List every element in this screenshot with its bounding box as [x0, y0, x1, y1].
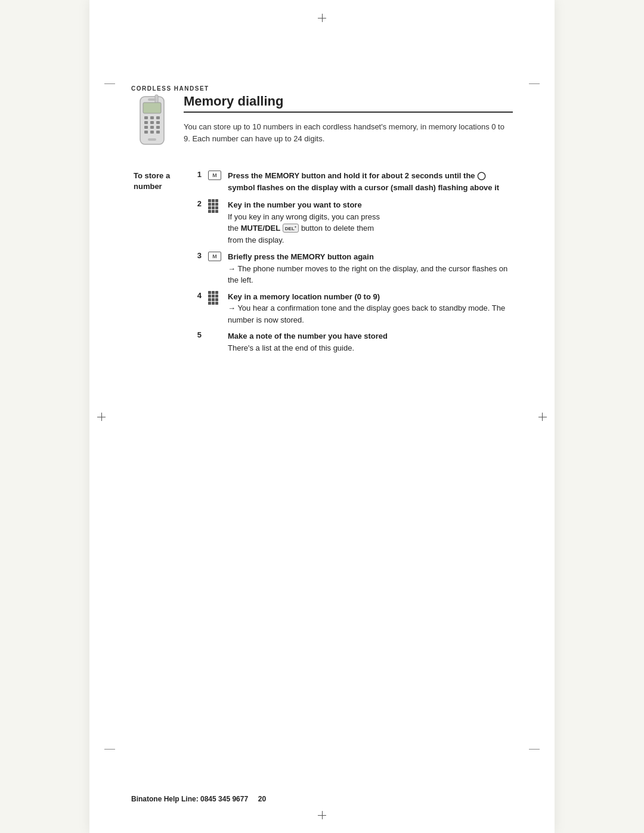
step-icon-5	[204, 328, 225, 356]
trim-mark-left-bottom	[104, 749, 115, 750]
del-button-icon: DEL+	[283, 224, 299, 233]
svg-rect-13	[144, 131, 148, 134]
step-2-text-3: from the display.	[228, 236, 284, 244]
keypad-icon-2	[208, 199, 221, 212]
step-content-1: Press the MEMORY button and hold it for …	[225, 167, 513, 196]
page-title: Memory dialling	[184, 94, 513, 113]
step-icon-3	[204, 249, 225, 289]
footer: Binatone Help Line: 0845 345 9677 20	[131, 795, 513, 803]
step-1-bold: Press the MEMORY button and hold it for …	[228, 171, 499, 192]
footer-phone: 0845 345 9677	[200, 795, 248, 803]
page: CORDLESS HANDSET	[89, 0, 555, 833]
svg-rect-7	[144, 121, 148, 124]
phone-svg	[131, 94, 173, 153]
table-row: 2 Key in the number you want to store	[131, 196, 513, 249]
step-content-2: Key in the number you want to store If y…	[225, 196, 513, 249]
footer-label: Binatone Help Line:	[131, 795, 199, 803]
step-num-1: 1	[185, 167, 204, 196]
trim-mark-right-top	[529, 83, 540, 84]
svg-rect-6	[156, 116, 160, 119]
memory-icon	[208, 171, 221, 180]
step-icon-2	[204, 196, 225, 249]
trim-mark-left-top	[104, 83, 115, 84]
svg-rect-16	[148, 138, 156, 141]
svg-rect-4	[144, 116, 148, 119]
step-content-3: Briefly press the MEMORY button again → …	[225, 249, 513, 289]
steps-table: To store anumber 1 Press the MEMORY butt…	[131, 167, 513, 356]
svg-rect-9	[156, 121, 160, 124]
step-num-3: 3	[185, 249, 204, 289]
step-icon-1	[204, 167, 225, 196]
step-num-4: 4	[185, 289, 204, 329]
svg-rect-8	[150, 121, 154, 124]
step-4-arrow: → You hear a confirmation tone and the d…	[228, 304, 505, 324]
step-3-arrow: → The phone number moves to the right on…	[228, 264, 507, 285]
table-row: 4 Key in a memory location number (0 to …	[131, 289, 513, 329]
svg-rect-12	[156, 126, 160, 129]
svg-rect-2	[143, 103, 161, 113]
step-2-text-1: If you key in any wrong digits, you can …	[228, 212, 380, 221]
step-4-bold: Key in a memory location number (0 to 9)	[228, 292, 380, 301]
store-label: To store anumber	[134, 171, 170, 191]
table-row: 3 Briefly press the MEMORY button again …	[131, 249, 513, 289]
footer-page-num: 20	[258, 795, 266, 803]
svg-rect-5	[150, 116, 154, 119]
table-row: To store anumber 1 Press the MEMORY butt…	[131, 167, 513, 196]
step-num-5: 5	[185, 328, 204, 356]
step-content-4: Key in a memory location number (0 to 9)…	[225, 289, 513, 329]
step-5-text: There's a list at the end of this guide.	[228, 343, 354, 352]
step-2-text-2: the MUTE/DEL DEL+ button to delete them	[228, 224, 374, 233]
memory-icon-3	[208, 252, 221, 261]
intro-row: Memory dialling You can store up to 10 n…	[131, 94, 513, 155]
svg-rect-15	[156, 131, 160, 134]
mute-del-label: MUTE/DEL	[241, 224, 280, 233]
phone-image	[131, 94, 173, 155]
svg-rect-3	[148, 98, 156, 101]
trim-mark-right-bottom	[529, 749, 540, 750]
step-content-5: Make a note of the number you have store…	[225, 328, 513, 356]
section-label: CORDLESS HANDSET	[131, 85, 209, 92]
step-num-2: 2	[185, 196, 204, 249]
step-3-bold: Briefly press the MEMORY button again	[228, 252, 374, 261]
step-5-bold: Make a note of the number you have store…	[228, 332, 388, 340]
svg-rect-14	[150, 131, 154, 134]
svg-rect-10	[144, 126, 148, 129]
keypad-icon-4	[208, 291, 221, 304]
intro-text: You can store up to 10 numbers in each c…	[184, 121, 513, 144]
svg-rect-11	[150, 126, 154, 129]
table-row: 5 Make a note of the number you have sto…	[131, 328, 513, 356]
step-2-bold: Key in the number you want to store	[228, 200, 362, 209]
step-icon-4	[204, 289, 225, 329]
